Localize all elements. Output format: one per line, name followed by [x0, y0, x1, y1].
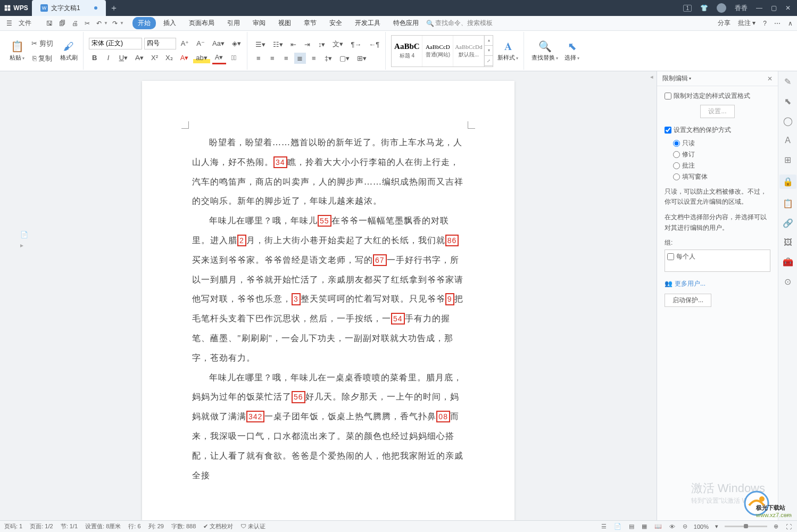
status-section[interactable]: 节: 1/1: [61, 522, 78, 530]
ribbon-tab-view[interactable]: 视图: [273, 17, 296, 29]
styles-expand-button[interactable]: ⤢: [485, 56, 493, 66]
ribbon-tab-devtools[interactable]: 开发工具: [350, 17, 386, 29]
zoom-slider[interactable]: [725, 526, 767, 527]
highlight-button[interactable]: ab▾: [193, 52, 210, 63]
print-preview-icon[interactable]: 🗐: [57, 19, 68, 28]
status-page[interactable]: 页面: 1/2: [30, 522, 53, 530]
view-print-icon[interactable]: 📄: [613, 523, 622, 530]
window-counter-icon[interactable]: 1: [683, 5, 692, 12]
ribbon-tab-insert[interactable]: 插入: [158, 17, 181, 29]
align-center-button[interactable]: ≡: [267, 53, 278, 64]
restrict-format-checkbox[interactable]: 限制对选定的样式设置格式: [665, 92, 770, 101]
file-menu[interactable]: 文件: [16, 18, 34, 29]
find-replace-button[interactable]: 🔍 查找替换▾: [529, 40, 560, 62]
radio-readonly[interactable]: 只读: [673, 139, 770, 148]
protect-document-checkbox[interactable]: 设置文档的保护方式: [665, 126, 770, 135]
shrink-font-button[interactable]: A⁻: [194, 38, 207, 49]
command-search[interactable]: 🔍 查找命令、搜索模板: [426, 19, 493, 28]
status-word-count[interactable]: 字数: 888: [171, 522, 196, 530]
format-painter-button[interactable]: 🖌 格式刷: [58, 40, 80, 62]
status-page-number[interactable]: 页码: 1: [4, 522, 22, 530]
section-indicator-icon[interactable]: 📄: [20, 231, 28, 238]
document-tab[interactable]: W 文字文稿1: [32, 0, 106, 16]
text-effects-button[interactable]: A▾: [178, 52, 192, 63]
rail-lock-icon[interactable]: 🔒: [779, 174, 796, 189]
rail-link-icon[interactable]: 🔗: [783, 218, 793, 228]
view-read-icon[interactable]: 📖: [653, 523, 663, 530]
document-page[interactable]: 盼望着，盼望着……翘首以盼的新年近了。街市上车水马龙，人山人海，好不热闹。34瞧…: [142, 81, 514, 520]
increase-indent-button[interactable]: ⇥: [302, 39, 313, 50]
distribute-button[interactable]: ≡: [308, 53, 320, 64]
status-line[interactable]: 行: 6: [128, 522, 140, 530]
font-name-combo[interactable]: [89, 38, 142, 49]
rail-clipboard-icon[interactable]: 📋: [783, 198, 793, 209]
styles-up-button[interactable]: ▴: [485, 36, 493, 46]
help-icon[interactable]: ?: [763, 20, 767, 27]
shading-button[interactable]: ▢▾: [337, 53, 352, 64]
cut-button[interactable]: ✂ 剪切: [29, 37, 56, 50]
view-eye-icon[interactable]: 👁: [668, 523, 676, 530]
new-tab-button[interactable]: ＋: [106, 3, 122, 14]
radio-revision[interactable]: 修订: [673, 150, 770, 159]
clear-format-button[interactable]: ◈▾: [229, 38, 244, 49]
select-button[interactable]: ⬉ 选择▾: [562, 40, 582, 62]
window-maximize[interactable]: ▢: [771, 4, 777, 12]
superscript-button[interactable]: X²: [148, 52, 161, 63]
rail-text-icon[interactable]: A: [785, 136, 791, 145]
subscript-button[interactable]: X₂: [163, 52, 176, 63]
phonetic-button[interactable]: 字̌: [228, 52, 240, 63]
styles-gallery[interactable]: AaBbC 标题 4 AaBbCcD 普通(网站) AaBbCcDd 默认段..…: [391, 35, 493, 67]
rail-picture-icon[interactable]: 🖼: [784, 238, 792, 247]
align-left-button[interactable]: ≡: [253, 53, 264, 64]
rail-help-icon[interactable]: ⊙: [784, 277, 791, 287]
zoom-in-button[interactable]: ⊕: [773, 523, 779, 530]
styles-down-button[interactable]: ▾: [485, 46, 493, 56]
status-indent[interactable]: 设置值: 8厘米: [85, 522, 121, 530]
font-size-combo[interactable]: [144, 38, 176, 49]
panel-toggle-arrow[interactable]: ◂: [650, 73, 653, 80]
rtl-button[interactable]: ←¶: [366, 39, 382, 50]
window-minimize[interactable]: —: [756, 4, 762, 12]
style-item-heading4[interactable]: AaBbC 标题 4: [392, 36, 422, 66]
line-spacing-button[interactable]: ‡▾: [322, 53, 335, 64]
annotate-button[interactable]: 批注 ▾: [738, 19, 756, 28]
change-case-button[interactable]: Aa▾: [210, 38, 227, 49]
save-icon[interactable]: 🖫: [44, 19, 55, 28]
more-icon[interactable]: ⋯: [774, 20, 781, 27]
status-verify[interactable]: 🛡 未认证: [240, 522, 265, 530]
zoom-level[interactable]: 100%: [694, 523, 709, 530]
bold-button[interactable]: B: [89, 52, 101, 63]
redo-icon[interactable]: ↷: [110, 19, 120, 28]
group-everyone-checkbox[interactable]: 每个人: [667, 252, 768, 261]
ribbon-tab-security[interactable]: 安全: [324, 17, 347, 29]
status-spellcheck[interactable]: ✔ 文档校对: [203, 522, 233, 530]
new-style-button[interactable]: 𝐀 新样式▾: [495, 40, 520, 62]
share-button[interactable]: 分享: [718, 19, 730, 28]
rail-table-icon[interactable]: ⊞: [784, 155, 791, 165]
style-item-default[interactable]: AaBbCcDd 默认段...: [453, 36, 484, 66]
paragraph-indicator-icon[interactable]: ▸: [20, 242, 28, 249]
copy-button[interactable]: ⎘ 复制: [29, 52, 56, 65]
collapse-ribbon-icon[interactable]: ∧: [788, 20, 793, 27]
grow-font-button[interactable]: A⁺: [178, 38, 192, 49]
window-close[interactable]: ✕: [785, 4, 791, 12]
ribbon-tab-layout[interactable]: 页面布局: [184, 17, 220, 29]
settings-button[interactable]: 设置...: [700, 105, 734, 118]
start-protection-button[interactable]: 启动保护...: [665, 294, 711, 307]
print-icon[interactable]: 🖨: [70, 19, 80, 28]
group-list[interactable]: 每个人: [665, 250, 770, 272]
paste-button[interactable]: 📋 粘贴▾: [7, 40, 27, 62]
rail-toolbox-icon[interactable]: 🧰: [783, 257, 793, 267]
radio-comment[interactable]: 批注: [673, 161, 770, 170]
status-column[interactable]: 列: 29: [148, 522, 164, 530]
align-justify-button[interactable]: ≣: [294, 53, 306, 64]
align-right-button[interactable]: ≡: [280, 53, 292, 64]
zoom-out-button[interactable]: ⊝: [682, 523, 688, 530]
rail-shape-icon[interactable]: ◯: [783, 116, 793, 126]
fullscreen-icon[interactable]: ⛶: [785, 523, 793, 530]
view-mode-icon[interactable]: ☰: [600, 523, 608, 530]
borders-button[interactable]: ⊞▾: [354, 53, 369, 64]
undo-icon[interactable]: ↶: [94, 19, 104, 28]
ribbon-tab-start[interactable]: 开始: [132, 17, 156, 29]
underline-button[interactable]: U▾: [117, 52, 130, 63]
